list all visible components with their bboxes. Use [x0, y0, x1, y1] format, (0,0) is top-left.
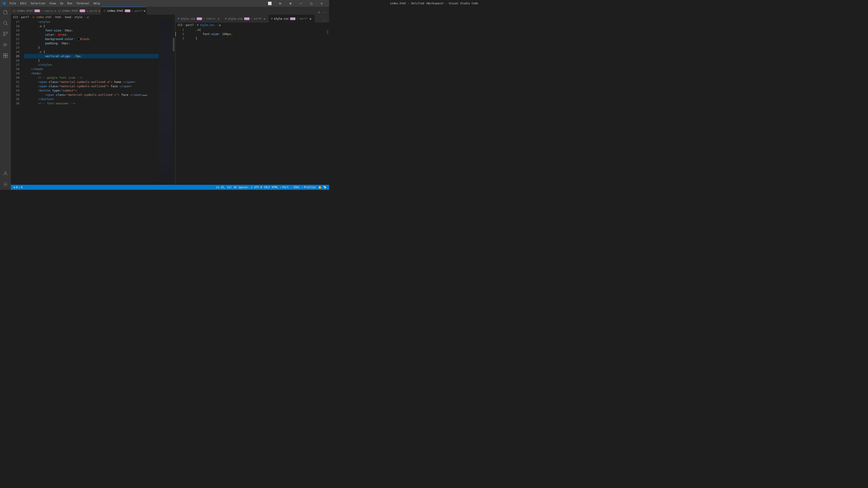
html-file-icon: ⬡	[13, 9, 16, 12]
left-scrollbar[interactable]	[172, 20, 175, 185]
scrollbar-thumb-right[interactable]	[327, 30, 329, 34]
search-activity-icon[interactable]	[0, 18, 11, 29]
account-activity-icon[interactable]	[0, 168, 11, 179]
layout-grid-icon[interactable]: ⊞	[285, 0, 296, 7]
left-editor: CC3 › part7 › ⬡ index.html › html › head…	[11, 15, 176, 185]
right-tab-style-part7[interactable]: # style.css CC3 • part7 ✕	[269, 15, 315, 23]
vscode-logo-icon	[2, 2, 6, 5]
tab-index-part8[interactable]: ⬡ index.html CC3 • part8 ✕	[56, 7, 101, 15]
right-code-editor: 1 2 3 .a{ font-size: 100px;	[176, 28, 329, 185]
tab-close-part8[interactable]: ✕	[98, 9, 100, 13]
menu-selection[interactable]: Selection	[29, 1, 47, 6]
menu-edit[interactable]: Edit	[18, 1, 29, 6]
code-content-left[interactable]: <style> .a { font-size: 50px;	[22, 20, 158, 185]
title-bar-left: File Edit Selection View Go Run Terminal…	[2, 1, 102, 6]
split-editor-button[interactable]: ⊟	[316, 10, 321, 15]
right-code-line-3: }	[188, 36, 326, 40]
scrollbar-thumb-left[interactable]	[173, 38, 175, 51]
code-line-27: </style>	[24, 63, 158, 67]
breadcrumb-class-c[interactable]: .c	[86, 15, 89, 19]
line-ending-label: CRLF	[264, 186, 270, 189]
svg-point-11	[5, 184, 6, 185]
more-actions-button[interactable]: ···	[322, 10, 327, 15]
tab-index-part7[interactable]: ⬡ index.html CC3 • part7 ✕	[101, 7, 147, 15]
window-minimize-button[interactable]: ─	[296, 0, 306, 7]
menu-go[interactable]: Go	[58, 1, 65, 6]
port-label: Port : 5501	[283, 186, 300, 189]
code-line-24: .c {	[24, 50, 158, 54]
tab-bar: ⬡ index.html CC3 • tamrin ✕ ⬡ index.html…	[11, 7, 329, 15]
right-tab-style-part8[interactable]: # style.css CC3 • part8 ✕	[223, 15, 269, 23]
status-line-ending[interactable]: CRLF	[263, 185, 271, 190]
right-more-actions-button[interactable]: ···	[322, 18, 327, 23]
port-icon: ✓	[280, 186, 282, 189]
code-line-31: <span class="material-symbols-outlined a…	[24, 80, 158, 84]
activity-bar	[0, 7, 11, 190]
svg-rect-9	[6, 56, 7, 58]
breadcrumb-style[interactable]: style	[74, 15, 83, 19]
status-spaces[interactable]: Spaces: 2	[237, 185, 253, 190]
line-numbers-left: 17 18 19 20 21 22 23 24 25 26 27 28 29 3…	[11, 20, 22, 185]
code-line-19: font-size: 50px;	[24, 28, 158, 33]
breadcrumb-html[interactable]: html	[55, 15, 61, 19]
right-breadcrumb-class-a[interactable]: .a	[217, 24, 221, 27]
right-tab-close-part8[interactable]: ✕	[263, 17, 266, 21]
layout-split-icon[interactable]: ⊟	[275, 0, 285, 7]
extensions-activity-icon[interactable]	[0, 50, 11, 61]
code-line-25: vertical-align: -7px;	[24, 54, 158, 58]
right-tab-bar: # style.css CC3 • tamrin ✕ # style.css C…	[176, 15, 329, 23]
right-tab-style-tamrin[interactable]: # style.css CC3 • tamrin ✕	[176, 15, 223, 23]
status-encoding[interactable]: UTF-8	[253, 185, 263, 190]
menu-view[interactable]: View	[48, 1, 58, 6]
tab-actions: ⊟ ···	[315, 10, 329, 15]
encoding-label: UTF-8	[254, 186, 262, 189]
status-broadcast-icon[interactable]: 📡	[322, 185, 327, 190]
status-right-section: Ln 25, Col 30 Spaces: 2 UTF-8 CRLF HTML …	[215, 185, 327, 190]
menu-help[interactable]: Help	[92, 1, 102, 6]
status-errors[interactable]: ⊗ 0 ⚠ 0	[13, 185, 24, 190]
code-line-22: padding: 10px;	[24, 41, 158, 45]
right-tab-close-part7[interactable]: ✕	[309, 17, 312, 21]
breadcrumb-indexhtml[interactable]: ⬡ index.html	[32, 15, 52, 19]
code-line-17: <style>	[24, 20, 158, 24]
window-maximize-button[interactable]: □	[306, 0, 316, 7]
code-line-30: <!-- google font icom -->	[24, 75, 158, 80]
editor-area: ⬡ index.html CC3 • tamrin ✕ ⬡ index.html…	[11, 7, 329, 190]
tab-index-tamrin[interactable]: ⬡ index.html CC3 • tamrin ✕	[11, 7, 56, 15]
svg-rect-6	[3, 54, 5, 55]
right-scrollbar[interactable]	[326, 28, 329, 185]
status-language[interactable]: HTML	[271, 185, 279, 190]
source-control-activity-icon[interactable]	[0, 29, 11, 39]
breadcrumb-cc3[interactable]: CC3	[13, 15, 18, 19]
title-bar-controls: ⬜ ⊟ ⊞ ─ □ ✕	[265, 0, 327, 7]
right-breadcrumb-stylecss[interactable]: # style.css	[197, 24, 214, 27]
right-code-line-2: font-size: 100px;	[188, 32, 326, 36]
right-tab-close-tamrin[interactable]: ✕	[217, 17, 220, 21]
prettier-check-icon: ✓	[302, 186, 303, 189]
breadcrumb-part7[interactable]: part7	[21, 15, 29, 19]
run-debug-activity-icon[interactable]	[0, 39, 11, 50]
tab-close-part7-active[interactable]: ✕	[144, 9, 145, 13]
layout-toggle-icon[interactable]: ⬜	[265, 0, 275, 7]
code-line-36: <!-- font-awesome -->	[24, 101, 158, 105]
code-line-21: background-color: black;	[24, 37, 158, 41]
status-notification-icon[interactable]: 🔔	[317, 185, 322, 190]
breadcrumb-head[interactable]: head	[65, 15, 71, 19]
left-code-editor: 17 18 19 20 21 22 23 24 25 26 27 28 29 3…	[11, 20, 175, 185]
right-breadcrumb-part7[interactable]: part7	[186, 24, 194, 27]
line-numbers-right: 1 2 3	[176, 28, 187, 185]
window-close-button[interactable]: ✕	[316, 0, 327, 7]
status-prettier[interactable]: ✓ Prettier	[301, 185, 317, 190]
menu-terminal[interactable]: Terminal	[74, 1, 91, 6]
code-line-26: }	[24, 58, 158, 63]
code-content-right[interactable]: .a{ font-size: 100px; }	[187, 28, 326, 185]
menu-file[interactable]: File	[8, 1, 18, 6]
right-breadcrumb-cc3[interactable]: CC3	[178, 24, 182, 27]
explorer-icon[interactable]	[0, 7, 11, 18]
menu-run[interactable]: Run	[66, 1, 74, 6]
error-icon: ⊗	[13, 186, 15, 189]
right-code-line-1: .a{	[188, 28, 326, 32]
status-ln-col[interactable]: Ln 25, Col 30	[215, 185, 237, 190]
status-port[interactable]: ✓ Port : 5501	[279, 185, 301, 190]
settings-activity-icon[interactable]	[0, 179, 11, 190]
